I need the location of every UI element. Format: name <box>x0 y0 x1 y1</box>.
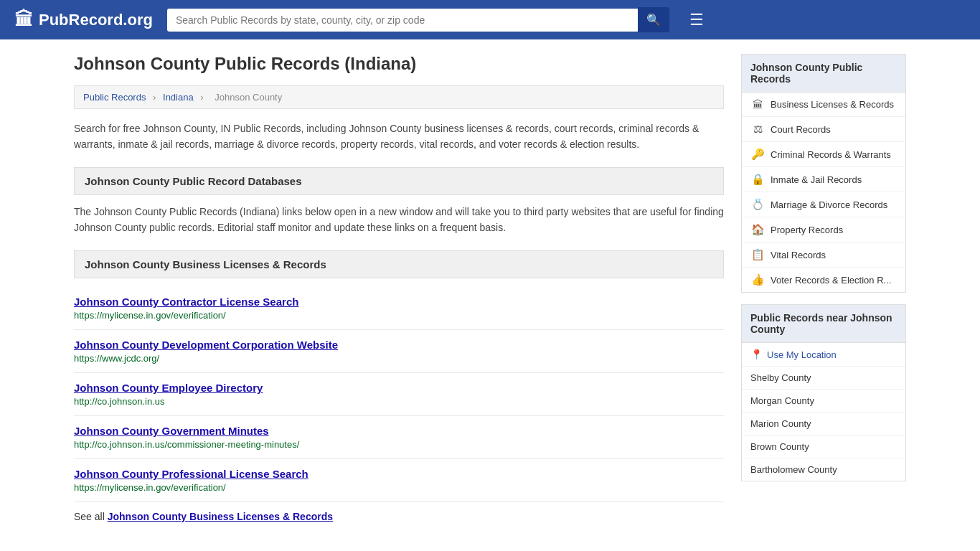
search-bar: 🔍 <box>167 7 669 32</box>
breadcrumb-public-records[interactable]: Public Records <box>83 92 146 103</box>
list-item: Johnson County Contractor License Search… <box>74 287 724 330</box>
record-icon: 👍 <box>750 273 765 286</box>
search-input[interactable] <box>167 9 638 32</box>
record-label[interactable]: Vital Records <box>771 250 826 260</box>
list-item: Johnson County Development Corporation W… <box>74 330 724 373</box>
record-label[interactable]: Property Records <box>771 225 843 235</box>
link-title[interactable]: Johnson County Government Minutes <box>74 425 724 437</box>
link-url[interactable]: http://co.johnson.in.us <box>74 396 724 407</box>
links-list: Johnson County Contractor License Search… <box>74 287 724 502</box>
record-icon: 📋 <box>750 248 765 261</box>
link-url[interactable]: https://www.jcdc.org/ <box>74 353 724 364</box>
breadcrumb-sep1: › <box>153 92 156 103</box>
logo-icon: 🏛 <box>14 9 33 31</box>
nearby-county-link[interactable]: Shelby County <box>750 372 811 383</box>
sidebar-record-item[interactable]: 🔒 Inmate & Jail Records <box>742 167 905 192</box>
link-url[interactable]: https://mylicense.in.gov/everification/ <box>74 482 724 493</box>
sidebar-records-body: 🏛 Business Licenses & Records ⚖ Court Re… <box>742 93 905 292</box>
list-item: Johnson County Professional License Sear… <box>74 459 724 502</box>
sidebar-record-item[interactable]: 📋 Vital Records <box>742 242 905 268</box>
record-label[interactable]: Business Licenses & Records <box>771 99 894 110</box>
nearby-county-item[interactable]: Marion County <box>742 413 905 435</box>
sidebar-record-item[interactable]: 💍 Marriage & Divorce Records <box>742 192 905 217</box>
menu-button[interactable]: ☰ <box>684 8 710 32</box>
record-label[interactable]: Inmate & Jail Records <box>771 174 862 185</box>
breadcrumb-sep2: › <box>200 92 203 103</box>
sidebar-record-item[interactable]: 🏛 Business Licenses & Records <box>742 93 905 117</box>
record-icon: 🔑 <box>750 148 765 161</box>
logo-text: PubRecord.org <box>39 11 153 29</box>
record-label[interactable]: Marriage & Divorce Records <box>771 199 887 210</box>
search-button[interactable]: 🔍 <box>638 7 669 32</box>
record-label[interactable]: Court Records <box>771 124 831 135</box>
link-url[interactable]: http://co.johnson.in.us/commissioner-mee… <box>74 439 724 450</box>
nearby-county-link[interactable]: Marion County <box>750 418 811 429</box>
sidebar-record-item[interactable]: 🔑 Criminal Records & Warrants <box>742 142 905 167</box>
sidebar-record-item[interactable]: ⚖ Court Records <box>742 117 905 142</box>
sidebar-records-header: Johnson County Public Records <box>742 55 905 93</box>
nearby-county-item[interactable]: Brown County <box>742 435 905 458</box>
business-section-header: Johnson County Business Licenses & Recor… <box>74 250 724 278</box>
site-logo[interactable]: 🏛 PubRecord.org <box>14 9 153 31</box>
breadcrumb: Public Records › Indiana › Johnson Count… <box>74 85 724 109</box>
nearby-county-item[interactable]: Morgan County <box>742 390 905 413</box>
link-title[interactable]: Johnson County Employee Directory <box>74 382 724 394</box>
see-all-link[interactable]: Johnson County Business Licenses & Recor… <box>108 511 333 522</box>
record-icon: 🏠 <box>750 223 765 236</box>
sidebar-record-item[interactable]: 🏠 Property Records <box>742 217 905 242</box>
link-url[interactable]: https://mylicense.in.gov/everification/ <box>74 310 724 321</box>
use-location[interactable]: 📍 Use My Location <box>742 343 905 367</box>
main-content: Johnson County Public Records (Indiana) … <box>74 54 724 522</box>
db-section-header: Johnson County Public Record Databases <box>74 167 724 195</box>
list-item: Johnson County Government Minutes http:/… <box>74 416 724 459</box>
nearby-county-link[interactable]: Brown County <box>750 441 809 452</box>
nearby-county-item[interactable]: Shelby County <box>742 367 905 390</box>
list-item: Johnson County Employee Directory http:/… <box>74 373 724 416</box>
sidebar-nearby-body: 📍 Use My Location Shelby CountyMorgan Co… <box>742 343 905 481</box>
see-all-text: See all <box>74 511 105 522</box>
breadcrumb-indiana[interactable]: Indiana <box>163 92 194 103</box>
record-label[interactable]: Criminal Records & Warrants <box>771 149 891 160</box>
record-icon: 💍 <box>750 198 765 211</box>
use-location-label: Use My Location <box>767 349 837 360</box>
see-all: See all Johnson County Business Licenses… <box>74 511 724 522</box>
link-title[interactable]: Johnson County Contractor License Search <box>74 296 724 308</box>
record-icon: 🏛 <box>750 98 765 110</box>
pin-icon: 📍 <box>750 349 763 360</box>
record-label[interactable]: Voter Records & Election R... <box>771 275 891 286</box>
nearby-county-link[interactable]: Morgan County <box>750 395 814 406</box>
link-title[interactable]: Johnson County Professional License Sear… <box>74 468 724 480</box>
nearby-county-link[interactable]: Bartholomew County <box>750 464 837 475</box>
sidebar-nearby-box: Public Records near Johnson County 📍 Use… <box>741 304 906 481</box>
sidebar-records-box: Johnson County Public Records 🏛 Business… <box>741 54 906 293</box>
breadcrumb-county: Johnson County <box>215 92 282 103</box>
link-title[interactable]: Johnson County Development Corporation W… <box>74 339 724 351</box>
page-description: Search for free Johnson County, IN Publi… <box>74 121 724 153</box>
sidebar-nearby-header: Public Records near Johnson County <box>742 305 905 343</box>
sidebar: Johnson County Public Records 🏛 Business… <box>741 54 906 522</box>
page-title: Johnson County Public Records (Indiana) <box>74 54 724 74</box>
db-description: The Johnson County Public Records (India… <box>74 204 724 236</box>
record-icon: 🔒 <box>750 173 765 186</box>
nearby-county-item[interactable]: Bartholomew County <box>742 458 905 481</box>
record-icon: ⚖ <box>750 123 765 136</box>
sidebar-record-item[interactable]: 👍 Voter Records & Election R... <box>742 268 905 292</box>
